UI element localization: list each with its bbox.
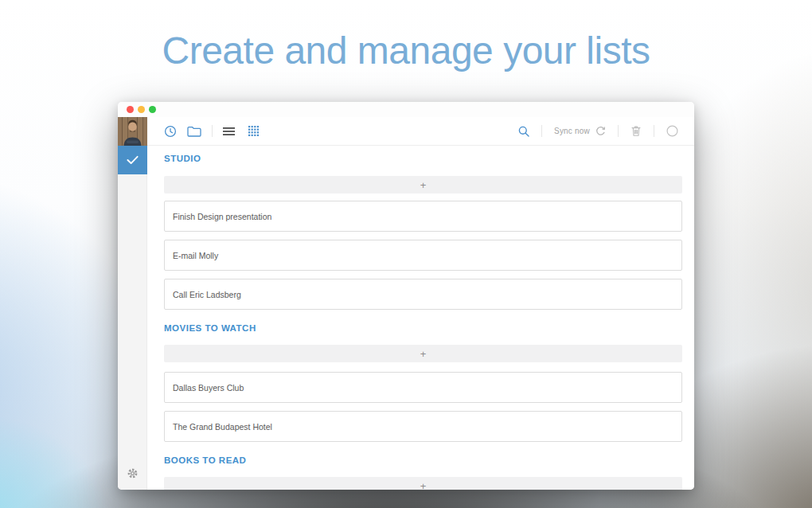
minimize-button[interactable] <box>138 106 145 113</box>
sidebar-item-tasks[interactable] <box>118 146 147 174</box>
history-button[interactable] <box>164 125 177 138</box>
record-status-button[interactable] <box>666 125 678 137</box>
toolbar-separator <box>654 125 654 137</box>
task-label: Call Eric Ladsberg <box>173 290 241 299</box>
trash-button[interactable] <box>630 125 642 137</box>
trash-icon <box>630 125 642 137</box>
clock-icon <box>164 125 177 138</box>
list-section-books-to-read: BOOKS TO READ + <box>164 455 682 490</box>
task-label: E-mail Molly <box>173 251 218 260</box>
close-button[interactable] <box>127 106 134 113</box>
task-item[interactable]: Finish Design presentation <box>164 201 682 232</box>
search-button[interactable] <box>518 126 529 137</box>
folders-button[interactable] <box>187 126 201 137</box>
list-section-movies-to-watch: MOVIES TO WATCH + Dallas Buyers Club The… <box>164 323 682 442</box>
list-view-icon <box>223 127 235 136</box>
sync-arrows-icon <box>595 126 606 136</box>
grid-view-button[interactable] <box>248 126 259 136</box>
toolbar-separator <box>212 125 213 137</box>
toolbar-separator <box>618 125 619 137</box>
task-item[interactable]: E-mail Molly <box>164 240 682 271</box>
list-section-studio: STUDIO + Finish Design presentation E-ma… <box>164 154 682 310</box>
folder-icon <box>187 126 201 137</box>
grid-view-icon <box>248 126 259 136</box>
add-task-button[interactable]: + <box>164 176 682 193</box>
task-item[interactable]: Call Eric Ladsberg <box>164 279 682 310</box>
lists-content: STUDIO + Finish Design presentation E-ma… <box>147 146 694 490</box>
window-titlebar[interactable] <box>118 102 694 117</box>
task-label: Finish Design presentation <box>173 212 271 221</box>
plus-icon: + <box>420 349 427 359</box>
task-label: The Grand Budapest Hotel <box>173 422 272 432</box>
plus-icon: + <box>420 481 427 490</box>
zoom-button[interactable] <box>149 106 156 113</box>
task-item[interactable]: The Grand Budapest Hotel <box>164 411 682 442</box>
user-avatar-image <box>118 117 147 146</box>
add-task-button[interactable]: + <box>164 477 682 490</box>
sidebar <box>118 117 147 490</box>
sync-now-label: Sync now <box>554 127 590 135</box>
plus-icon: + <box>420 180 427 190</box>
checkmark-icon <box>127 155 139 165</box>
toolbar-separator <box>541 125 542 137</box>
task-item[interactable]: Dallas Buyers Club <box>164 372 682 403</box>
section-heading: MOVIES TO WATCH <box>164 323 682 333</box>
sync-now-button[interactable]: Sync now <box>554 126 606 136</box>
section-heading: BOOKS TO READ <box>164 455 682 465</box>
list-view-button[interactable] <box>223 127 235 136</box>
toolbar: Sync now <box>147 117 694 146</box>
add-task-button[interactable]: + <box>164 345 682 362</box>
user-avatar[interactable] <box>118 117 147 146</box>
settings-button[interactable] <box>118 467 147 479</box>
section-heading: STUDIO <box>164 154 682 163</box>
task-label: Dallas Buyers Club <box>173 383 244 393</box>
circle-icon <box>666 125 678 137</box>
search-icon <box>518 126 529 137</box>
todo-app-window: Sync now <box>118 102 694 490</box>
gear-icon <box>127 467 139 479</box>
page-title: Create and manage your lists <box>0 29 812 72</box>
